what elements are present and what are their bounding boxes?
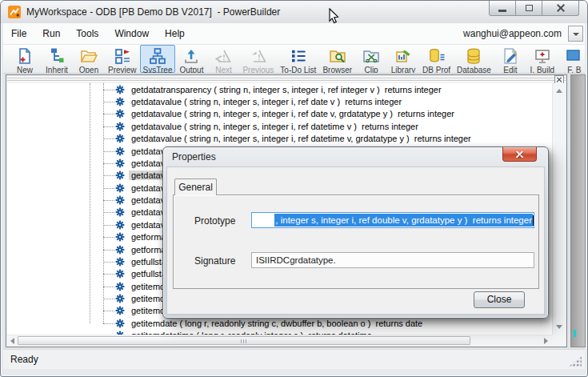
text-caret xyxy=(533,215,534,226)
function-gear-icon xyxy=(115,183,125,193)
maximize-icon xyxy=(526,5,533,11)
fbuild-icon xyxy=(566,47,583,65)
menu-items: FileRunToolsWindowHelp xyxy=(3,24,193,43)
maximize-button[interactable] xyxy=(515,1,542,16)
function-gear-icon xyxy=(115,109,125,118)
function-gear-icon xyxy=(115,282,125,291)
menu-item-window[interactable]: Window xyxy=(106,24,157,43)
function-gear-icon xyxy=(115,294,125,303)
toolbar: NewInheritOpenPreviewSysTreeOutputNextPr… xyxy=(3,44,585,74)
toolbar-button-label: SysTree xyxy=(143,66,173,74)
minimize-icon xyxy=(498,10,506,12)
scrollbar-corner xyxy=(552,335,566,346)
tree-row-label: getdatatransparency ( string n, integer … xyxy=(129,85,444,94)
status-bar: Ready xyxy=(3,349,585,369)
edit-icon xyxy=(502,47,519,65)
todolist-icon xyxy=(290,47,307,65)
toolbar-button-systree[interactable]: SysTree xyxy=(140,45,176,73)
toolbar-button-new[interactable]: New xyxy=(9,45,41,73)
preview-icon xyxy=(114,47,131,65)
tree-row[interactable]: getdatatransparency ( string n, integer … xyxy=(7,83,552,95)
toolbar-button-inherit[interactable]: Inherit xyxy=(41,45,73,73)
menu-item-file[interactable]: File xyxy=(3,24,34,43)
status-text: Ready xyxy=(10,354,38,365)
tree-row-label: getdatavalue ( string n, integer s, inte… xyxy=(129,134,474,143)
powerbuilder-logo-icon xyxy=(8,6,21,18)
horizontal-scrollbar-thumb[interactable] xyxy=(18,336,470,345)
toolbar-button-f-b[interactable]: F. B xyxy=(558,45,585,73)
database-icon xyxy=(465,47,482,65)
tree-row[interactable]: getdatavalue ( string n, integer s, inte… xyxy=(7,133,552,145)
dialog-close-icon xyxy=(516,150,523,158)
toolbar-button-browser[interactable]: Browser xyxy=(319,45,355,73)
menu-item-run[interactable]: Run xyxy=(34,24,68,43)
menu-item-help[interactable]: Help xyxy=(157,24,193,43)
horizontal-scrollbar[interactable] xyxy=(7,335,552,346)
close-button[interactable] xyxy=(542,1,579,16)
function-gear-icon xyxy=(115,97,125,106)
dbprof-icon xyxy=(428,47,446,65)
function-gear-icon xyxy=(115,257,125,267)
function-gear-icon xyxy=(115,220,125,230)
signature-field[interactable]: ISIIRDCgrdatatype. xyxy=(251,252,534,268)
menu-item-tools[interactable]: Tools xyxy=(68,24,106,43)
toolbar-button-to-do-list[interactable]: To-Do List xyxy=(277,45,319,73)
tree-row-label: getdatavalue ( string n, integer s, inte… xyxy=(129,97,404,106)
general-tab-page: Prototype , integer s, integer i, ref do… xyxy=(173,195,539,289)
function-gear-icon xyxy=(115,122,125,131)
toolbar-button-library[interactable]: Library xyxy=(387,45,419,73)
function-gear-icon xyxy=(115,232,125,242)
tree-row[interactable]: getdatavalue ( string n, integer s, inte… xyxy=(7,108,552,120)
toolbar-button-clip[interactable]: Clip xyxy=(355,45,387,73)
toolbar-button-db-prof[interactable]: DB Prof xyxy=(419,45,454,73)
toolbar-items: NewInheritOpenPreviewSysTreeOutputNextPr… xyxy=(9,45,585,73)
toolbar-button-previous: Previous xyxy=(239,45,277,73)
tree-row-label: getdatavalue ( string n, integer s, inte… xyxy=(129,122,421,131)
account-label[interactable]: wanghui@appeon.com xyxy=(463,28,562,39)
prototype-field[interactable]: , integer s, integer i, ref double v, gr… xyxy=(251,212,534,228)
thumb-grip-icon xyxy=(241,339,248,343)
toolbar-button-edit[interactable]: Edit xyxy=(494,45,526,73)
mouse-cursor-icon xyxy=(329,8,340,25)
toolbar-button-database[interactable]: Database xyxy=(454,45,494,73)
toolbar-button-label: New xyxy=(17,66,33,74)
scroll-down-icon[interactable] xyxy=(556,325,562,329)
dialog-close-action-button[interactable]: Close xyxy=(474,291,525,308)
open-icon xyxy=(80,47,98,65)
scroll-up-icon[interactable] xyxy=(556,89,562,93)
toolbar-button-label: To-Do List xyxy=(280,66,316,74)
properties-dialog: Properties General Prototype , integer s… xyxy=(162,146,549,319)
account-dropdown-button[interactable] xyxy=(568,26,583,42)
toolbar-button-label: Open xyxy=(79,66,98,74)
function-gear-icon xyxy=(115,195,125,205)
tab-general[interactable]: General xyxy=(174,178,217,195)
output-icon xyxy=(182,47,200,65)
scroll-right-icon[interactable] xyxy=(544,338,548,344)
tree-row[interactable]: getitemdate ( long r, readonly string c,… xyxy=(7,317,552,329)
dialog-close-button[interactable] xyxy=(502,147,537,162)
powerbuilder-window: MyWorkspace - ODB [PB Demo DB V2017] - P… xyxy=(0,0,588,377)
toolbar-button-label: I. Build xyxy=(530,66,555,74)
toolbar-button-open[interactable]: Open xyxy=(73,45,105,73)
collapsed-pane-bar[interactable] xyxy=(7,76,566,82)
toolbar-button-label: Edit xyxy=(503,66,517,74)
minimize-button[interactable] xyxy=(489,1,516,16)
resize-grip[interactable] xyxy=(569,356,582,367)
tree-row[interactable]: getdatavalue ( string n, integer s, inte… xyxy=(7,95,552,107)
pane-close-icon xyxy=(557,78,562,82)
tree-row[interactable]: getdatavalue ( string n, integer s, inte… xyxy=(7,120,552,132)
function-gear-icon xyxy=(115,158,125,168)
toolbar-button-output[interactable]: Output xyxy=(175,45,207,73)
toolbar-button-preview[interactable]: Preview xyxy=(105,45,140,73)
previous-icon xyxy=(250,47,267,65)
function-gear-icon xyxy=(115,306,125,315)
close-icon xyxy=(557,4,565,12)
prototype-selected-text: , integer s, integer i, ref double v, gr… xyxy=(274,214,533,227)
toolbar-button-next: Next xyxy=(207,45,239,73)
toolbar-button-i-build[interactable]: I. Build xyxy=(526,45,558,73)
tree-row-label: getdatavalue ( string n, integer s, inte… xyxy=(129,109,457,118)
dialog-body: General Prototype , integer s, integer i… xyxy=(166,166,545,315)
vertical-scrollbar[interactable] xyxy=(552,83,566,335)
function-gear-icon xyxy=(115,245,125,255)
scroll-left-icon[interactable] xyxy=(10,338,14,344)
